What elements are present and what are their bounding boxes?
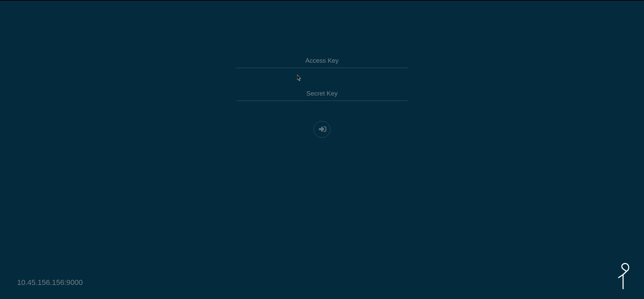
access-key-input[interactable] [236,54,408,68]
secret-key-input[interactable] [236,86,408,101]
login-button[interactable] [314,121,330,138]
secret-key-group [236,86,408,101]
sign-in-icon [318,125,326,134]
server-address: 10.45.156.156:9000 [17,278,83,287]
top-bar [0,0,644,1]
access-key-group [236,54,408,68]
login-form [236,54,408,138]
minio-logo [616,261,631,290]
